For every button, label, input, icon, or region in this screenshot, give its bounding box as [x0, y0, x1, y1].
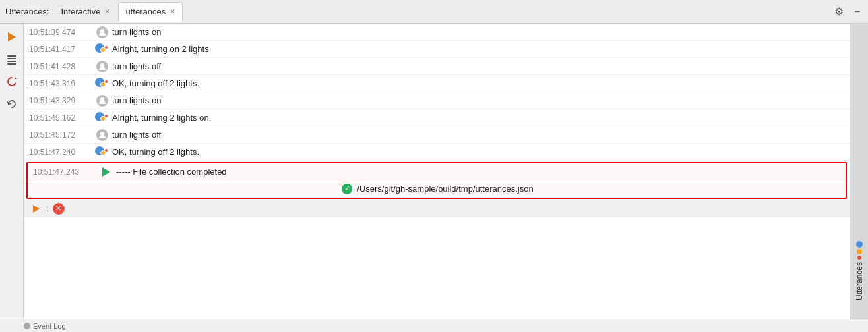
- minimize-button[interactable]: −: [852, 5, 863, 19]
- error-icon: ✕: [53, 203, 65, 215]
- tab-interactive-close[interactable]: ✕: [104, 8, 110, 15]
- timestamp: 10:51:47.240: [29, 148, 95, 157]
- svg-rect-2: [7, 61, 16, 62]
- file-path-row: ✓ /Users/git/gh-sample/build/tmp/utteran…: [28, 180, 846, 198]
- assistant-avatar-icon: [95, 42, 109, 57]
- tab-utterances[interactable]: utterances ✕: [118, 2, 183, 22]
- tab-utterances-close[interactable]: ✕: [170, 8, 175, 15]
- timestamp: 10:51:39.474: [29, 28, 95, 37]
- play-orange-icon[interactable]: [4, 29, 20, 45]
- user-avatar-icon: [95, 128, 109, 142]
- file-path: /Users/git/gh-sample/build/tmp/utterance…: [357, 184, 533, 194]
- user-avatar-icon: [95, 94, 109, 108]
- file-collection-row: 10:51:47.243 ----- File collection compl…: [28, 163, 846, 180]
- log-row: 10:51:41.417 Alright, turning on 2 light…: [24, 41, 850, 58]
- log-panel: 10:51:39.474 turn lights on 10:51:41.417…: [24, 24, 850, 319]
- assistant-dots-icon: [856, 241, 863, 260]
- tab-bar-label: Utterances:: [5, 7, 49, 16]
- right-sidebar-label: Utterances: [855, 262, 864, 300]
- log-row: 10:51:43.319 OK, turning off 2 lights.: [24, 75, 850, 92]
- bottom-bar: Event Log: [0, 319, 868, 332]
- log-message: OK, turning off 2 lights.: [112, 147, 199, 157]
- play-status-icon: [29, 202, 44, 216]
- log-message: turn lights on: [112, 96, 161, 105]
- check-icon: ✓: [340, 182, 354, 196]
- highlighted-block: 10:51:47.243 ----- File collection compl…: [26, 162, 847, 199]
- log-message: Alright, turning 2 lights on.: [112, 113, 211, 123]
- timestamp: 10:51:41.428: [29, 62, 95, 71]
- tab-utterances-label: utterances: [125, 7, 166, 16]
- event-log-icon: [24, 323, 30, 329]
- svg-rect-3: [7, 63, 16, 65]
- play-icon: [99, 165, 113, 179]
- log-message: turn lights off: [112, 61, 161, 71]
- assistant-avatar-icon: [95, 76, 109, 91]
- tab-interactive-label: Interactive: [61, 7, 100, 16]
- main-area: 10:51:39.474 turn lights on 10:51:41.417…: [0, 24, 868, 319]
- refresh-icon[interactable]: [4, 74, 20, 90]
- log-message: ----- File collection completed: [116, 167, 227, 177]
- svg-rect-1: [7, 58, 16, 59]
- user-avatar-icon: [95, 25, 109, 40]
- status-colon: :: [46, 204, 49, 213]
- tab-bar: Utterances: Interactive ✕ utterances ✕ ⚙…: [0, 0, 868, 24]
- log-row: 10:51:45.172 turn lights off: [24, 126, 850, 144]
- log-message: turn lights off: [112, 130, 161, 140]
- list-icon[interactable]: [4, 51, 20, 67]
- right-sidebar: Utterances: [850, 24, 868, 319]
- undo-icon[interactable]: [4, 96, 20, 112]
- timestamp: 10:51:47.243: [33, 167, 99, 177]
- assistant-avatar-icon: [95, 145, 109, 159]
- svg-rect-0: [7, 55, 16, 57]
- timestamp: 10:51:41.417: [29, 45, 95, 54]
- tab-interactive[interactable]: Interactive ✕: [54, 2, 117, 22]
- log-row: 10:51:47.240 OK, turning off 2 lights.: [24, 144, 850, 161]
- log-row: 10:51:45.162 Alright, turning 2 lights o…: [24, 109, 850, 126]
- timestamp: 10:51:45.162: [29, 113, 95, 123]
- timestamp: 10:51:43.319: [29, 79, 95, 88]
- log-message: Alright, turning on 2 lights.: [112, 44, 211, 54]
- status-row: : ✕: [24, 200, 850, 217]
- assistant-avatar-icon: [95, 111, 109, 125]
- event-log-label: Event Log: [33, 322, 66, 330]
- error-badge: ✕: [53, 203, 65, 215]
- tab-bar-actions: ⚙ −: [832, 4, 863, 19]
- log-message: OK, turning off 2 lights.: [112, 78, 199, 88]
- left-toolbar: [0, 24, 24, 319]
- log-row: 10:51:43.329 turn lights on: [24, 92, 850, 109]
- settings-button[interactable]: ⚙: [832, 4, 846, 19]
- log-row: 10:51:39.474 turn lights on: [24, 24, 850, 41]
- log-message: turn lights on: [112, 27, 161, 37]
- timestamp: 10:51:43.329: [29, 96, 95, 105]
- log-row: 10:51:41.428 turn lights off: [24, 58, 850, 75]
- timestamp: 10:51:45.172: [29, 130, 95, 140]
- user-avatar-icon: [95, 59, 109, 74]
